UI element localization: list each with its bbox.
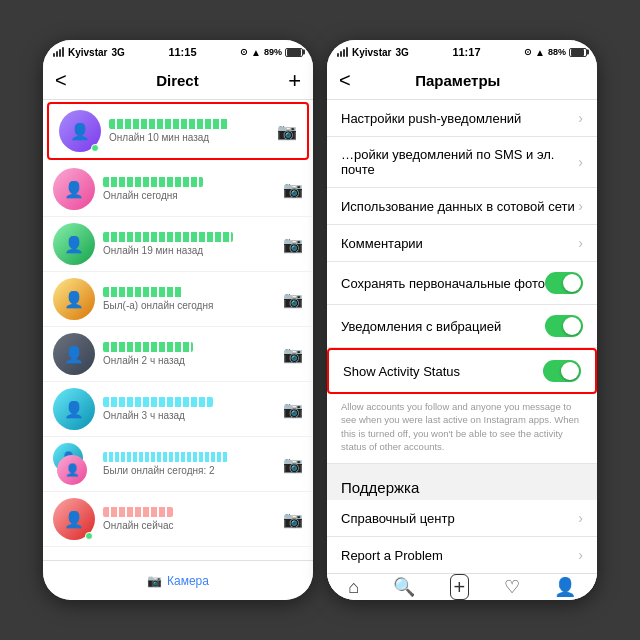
battery-icon-left: ⊙	[240, 47, 248, 57]
tab-search-icon[interactable]: 🔍	[393, 576, 415, 598]
settings-label-activity-status: Show Activity Status	[343, 364, 460, 379]
network-type-left: 3G	[111, 47, 124, 58]
camera-icon-4[interactable]: 📷	[283, 290, 303, 309]
avatar-2: 👤	[53, 168, 95, 210]
conv-item-8[interactable]: 👤 Онлайн сейчас 📷	[43, 492, 313, 547]
camera-icon-6[interactable]: 📷	[283, 400, 303, 419]
nav-bar-direct: < Direct +	[43, 62, 313, 100]
camera-icon-7[interactable]: 📷	[283, 455, 303, 474]
tab-heart-icon[interactable]: ♡	[504, 576, 520, 598]
settings-label-comments: Комментарии	[341, 236, 423, 251]
settings-section-main: Настройки push-уведомлений › …ройки увед…	[327, 100, 597, 464]
status-bar-left: Kyivstar 3G 11:15 ⊙ ▲ 89%	[43, 40, 313, 62]
conv-status-4: Был(-а) онлайн сегодня	[103, 300, 277, 311]
time-right: 11:17	[452, 46, 480, 58]
wifi-icon-left: ▲	[251, 47, 261, 58]
support-header: Поддержка	[327, 467, 597, 500]
avatar-3: 👤	[53, 223, 95, 265]
conv-info-2: Онлайн сегодня	[103, 177, 277, 201]
settings-item-sms[interactable]: …ройки уведомлений по SMS и эл. почте ›	[327, 137, 597, 188]
toggle-vibration[interactable]	[545, 315, 583, 337]
settings-label-data: Использование данных в сотовой сети	[341, 199, 575, 214]
conv-status-7: Были онлайн сегодня: 2	[103, 465, 277, 476]
nav-bar-settings: < Параметры	[327, 62, 597, 100]
phones-container: Kyivstar 3G 11:15 ⊙ ▲ 89% < Direct + 👤	[43, 40, 597, 600]
conv-name-2	[103, 177, 203, 187]
avatar-5: 👤	[53, 333, 95, 375]
battery-pct-left: 89%	[264, 47, 282, 57]
conv-name-8	[103, 507, 173, 517]
conv-info-6: Онлайн 3 ч назад	[103, 397, 277, 421]
camera-icon-5[interactable]: 📷	[283, 345, 303, 364]
toggle-activity-status[interactable]	[543, 360, 581, 382]
settings-item-data[interactable]: Использование данных в сотовой сети ›	[327, 188, 597, 225]
settings-item-save-photos[interactable]: Сохранять первоначальные фото	[327, 262, 597, 305]
battery-left: ⊙ ▲ 89%	[240, 47, 303, 58]
conv-item-3[interactable]: 👤 Онлайн 19 мин назад 📷	[43, 217, 313, 272]
camera-bar[interactable]: 📷 Камера	[43, 560, 313, 600]
settings-section-support: Справочный центр › Report a Problem ›	[327, 500, 597, 573]
tab-home-icon[interactable]: ⌂	[348, 577, 359, 598]
conv-item-6[interactable]: 👤 Онлайн 3 ч назад 📷	[43, 382, 313, 437]
camera-icon-2[interactable]: 📷	[283, 180, 303, 199]
back-button-settings[interactable]: <	[339, 69, 351, 92]
conversation-list: 👤 Онлайн 10 мин назад 📷 👤 Онлайн сегодня	[43, 100, 313, 560]
settings-item-activity-status[interactable]: Show Activity Status	[327, 348, 597, 394]
settings-label-push: Настройки push-уведомлений	[341, 111, 521, 126]
conv-info-5: Онлайн 2 ч назад	[103, 342, 277, 366]
settings-item-help[interactable]: Справочный центр ›	[327, 500, 597, 537]
conv-item-7[interactable]: 👤 👤 Были онлайн сегодня: 2 📷	[43, 437, 313, 492]
settings-item-comments[interactable]: Комментарии ›	[327, 225, 597, 262]
conv-status-3: Онлайн 19 мин назад	[103, 245, 277, 256]
avatar-4: 👤	[53, 278, 95, 320]
carrier-left: Kyivstar 3G	[53, 47, 125, 58]
signal-icon	[53, 47, 64, 57]
carrier-right: Kyivstar 3G	[337, 47, 409, 58]
conv-status-1: Онлайн 10 мин назад	[109, 132, 271, 143]
chevron-comments: ›	[578, 235, 583, 251]
settings-label-save-photos: Сохранять первоначальные фото	[341, 276, 545, 291]
camera-icon-3[interactable]: 📷	[283, 235, 303, 254]
tab-profile-icon[interactable]: 👤	[554, 576, 576, 598]
settings-item-vibration[interactable]: Уведомления с вибрацией	[327, 305, 597, 348]
conv-info-4: Был(-а) онлайн сегодня	[103, 287, 277, 311]
toggle-save-photos[interactable]	[545, 272, 583, 294]
settings-item-report[interactable]: Report a Problem ›	[327, 537, 597, 573]
carrier-name-left: Kyivstar	[68, 47, 107, 58]
conv-item-5[interactable]: 👤 Онлайн 2 ч назад 📷	[43, 327, 313, 382]
conv-info-8: Онлайн сейчас	[103, 507, 277, 531]
settings-title: Параметры	[415, 72, 500, 89]
chevron-sms: ›	[578, 154, 583, 170]
settings-content: Настройки push-уведомлений › …ройки увед…	[327, 100, 597, 600]
camera-bar-icon: 📷	[147, 574, 162, 588]
tab-add-icon[interactable]: +	[450, 574, 470, 600]
back-button-direct[interactable]: <	[55, 69, 67, 92]
conv-status-6: Онлайн 3 ч назад	[103, 410, 277, 421]
conv-item-4[interactable]: 👤 Был(-а) онлайн сегодня 📷	[43, 272, 313, 327]
conv-name-4	[103, 287, 183, 297]
conv-item-2[interactable]: 👤 Онлайн сегодня 📷	[43, 162, 313, 217]
settings-label-report: Report a Problem	[341, 548, 443, 563]
settings-label-sms: …ройки уведомлений по SMS и эл. почте	[341, 147, 578, 177]
signal-icon-right	[337, 47, 348, 57]
conv-items: 👤 Онлайн 10 мин назад 📷 👤 Онлайн сегодня	[43, 100, 313, 547]
tab-bar-settings: ⌂ 🔍 + ♡ 👤	[327, 573, 597, 600]
conv-name-1	[109, 119, 229, 129]
battery-pct-right: 88%	[548, 47, 566, 57]
settings-item-push[interactable]: Настройки push-уведомлений ›	[327, 100, 597, 137]
battery-right: ⊙ ▲ 88%	[524, 47, 587, 58]
camera-bar-label: Камера	[167, 574, 209, 588]
conv-status-2: Онлайн сегодня	[103, 190, 277, 201]
camera-icon-8[interactable]: 📷	[283, 510, 303, 529]
conv-item-1[interactable]: 👤 Онлайн 10 мин назад 📷	[47, 102, 309, 160]
chevron-help: ›	[578, 510, 583, 526]
camera-icon-1[interactable]: 📷	[277, 122, 297, 141]
conv-status-5: Онлайн 2 ч назад	[103, 355, 277, 366]
conv-info-7: Были онлайн сегодня: 2	[103, 452, 277, 476]
battery-bar-right	[569, 48, 587, 57]
online-dot-8	[85, 532, 93, 540]
wifi-icon-right: ▲	[535, 47, 545, 58]
left-phone: Kyivstar 3G 11:15 ⊙ ▲ 89% < Direct + 👤	[43, 40, 313, 600]
conv-name-3	[103, 232, 233, 242]
new-message-button[interactable]: +	[288, 68, 301, 94]
